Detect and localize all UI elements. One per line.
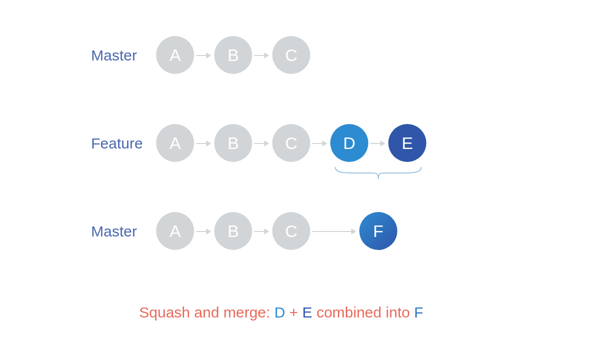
caption-d: D xyxy=(274,304,285,320)
commit-f-master2: F xyxy=(359,212,397,250)
arrow-icon xyxy=(196,55,210,56)
commit-a-master1: A xyxy=(156,36,194,74)
brace-icon xyxy=(333,166,423,182)
caption-mid: combined into xyxy=(312,304,414,320)
arrow-icon xyxy=(196,231,210,232)
commit-e-feature: E xyxy=(388,124,426,162)
arrow-icon xyxy=(254,143,268,144)
commit-label: C xyxy=(285,134,298,153)
commit-label: B xyxy=(228,46,239,65)
commit-d-feature: D xyxy=(330,124,368,162)
commit-label: A xyxy=(170,46,181,65)
arrow-icon xyxy=(312,143,326,144)
caption: Squash and merge: D + E combined into F xyxy=(139,304,423,321)
arrow-icon xyxy=(254,231,268,232)
commit-label: F xyxy=(373,222,384,241)
commit-label: A xyxy=(170,134,181,153)
commit-label: B xyxy=(228,134,239,153)
caption-prefix: Squash and merge: xyxy=(139,304,274,320)
commit-label: E xyxy=(402,134,413,153)
commit-label: B xyxy=(228,222,239,241)
commit-c-feature: C xyxy=(272,124,310,162)
commit-b-feature: B xyxy=(214,124,252,162)
commit-a-feature: A xyxy=(156,124,194,162)
branch-label-master-1: Master xyxy=(91,47,137,64)
commit-c-master2: C xyxy=(272,212,310,250)
caption-plus: + xyxy=(285,304,302,320)
commit-a-master2: A xyxy=(156,212,194,250)
commit-label: C xyxy=(285,222,298,241)
arrow-icon xyxy=(370,143,384,144)
commit-b-master1: B xyxy=(214,36,252,74)
arrow-icon xyxy=(254,55,268,56)
commit-b-master2: B xyxy=(214,212,252,250)
arrow-icon xyxy=(196,143,210,144)
caption-e: E xyxy=(302,304,312,320)
commit-label: D xyxy=(343,134,356,153)
diagram-canvas: Master A B C Feature A B C D E Master A … xyxy=(0,0,612,364)
commit-label: A xyxy=(170,222,181,241)
commit-c-master1: C xyxy=(272,36,310,74)
commit-label: C xyxy=(285,46,298,65)
branch-label-feature: Feature xyxy=(91,135,143,152)
branch-label-master-2: Master xyxy=(91,223,137,240)
caption-f: F xyxy=(414,304,423,320)
arrow-icon xyxy=(312,231,355,232)
